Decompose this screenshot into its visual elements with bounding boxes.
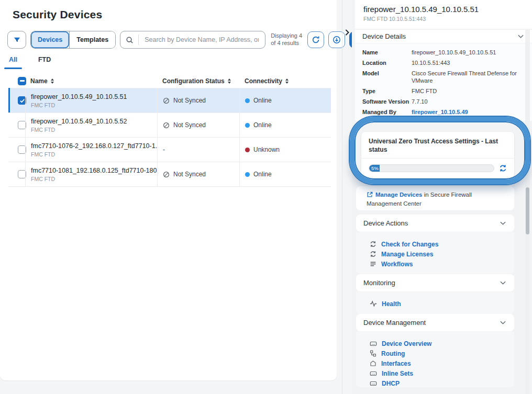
config-status: Not Synced [173, 171, 206, 178]
device-details-body: Name firepower_10.10.5.49_10.10.5.51 Loc… [355, 43, 532, 121]
panel-header: firepower_10.10.5.49_10.10.5.51 FMC FTD … [355, 0, 532, 29]
search-box [120, 31, 265, 49]
sort-icon [285, 78, 289, 84]
routing-icon [370, 350, 376, 357]
templates-segment[interactable]: Templates [69, 31, 115, 48]
panel-device-subtitle: FMC FTD 10.10.5.51:443 [363, 16, 524, 22]
table-row[interactable]: firepower_10.10.5.49_10.10.5.51 FMC FTD … [8, 88, 331, 113]
section-device-actions[interactable]: Device Actions [356, 215, 514, 232]
chevron-down-icon [500, 221, 506, 225]
toolbar: Devices Templates Displaying 4 of 4 resu… [7, 31, 366, 49]
detail-field: Type FMC FTD [362, 88, 524, 95]
connectivity-status: Online [253, 97, 272, 104]
unknown-status-dot [245, 148, 250, 152]
column-header-config-status[interactable]: Configuration Status [157, 77, 239, 85]
chevron-down-icon [518, 35, 524, 38]
panel-scrollbar-thumb[interactable] [526, 187, 529, 234]
uzta-status-card: Universal Zero Trust Access Settings - L… [361, 132, 514, 178]
detail-field: Name firepower_10.10.5.49_10.10.5.51 [362, 49, 524, 56]
health-icon [370, 300, 377, 307]
sync-icon [370, 241, 376, 247]
device-icon [370, 380, 377, 387]
deploy-icon [332, 36, 341, 44]
not-synced-icon [163, 171, 170, 178]
device-icon [370, 370, 377, 377]
table-header-row: Name Configuration Status Connectivity [8, 74, 331, 88]
uzta-progress-bar: 5% [369, 164, 494, 172]
action-device-overview[interactable]: Device Overview [370, 339, 514, 348]
tab-all[interactable]: All [4, 53, 22, 69]
sync-icon [499, 164, 507, 172]
search-icon [126, 36, 134, 44]
uzta-heading: Universal Zero Trust Access Settings - L… [361, 132, 514, 159]
tab-ftd[interactable]: FTD [34, 53, 56, 69]
chevron-down-icon [500, 321, 506, 324]
device-type: FMC FTD [31, 127, 55, 133]
device-type: FMC FTD [31, 151, 55, 157]
table-tabs: All FTD [4, 53, 56, 69]
device-actions-body: Check for Changes Manage Licenses Workfl… [356, 232, 514, 274]
action-check-for-changes[interactable]: Check for Changes [370, 239, 514, 249]
chevron-down-icon [500, 281, 506, 285]
device-type-toggle: Devices Templates [30, 31, 116, 49]
table-row[interactable]: fmc7710-1081_192.168.0.125_ftd7710-1801 … [8, 162, 331, 187]
results-count: Displaying 4 of 4 results [271, 32, 302, 47]
table-row[interactable]: firepower_10.10.5.49_10.10.5.52 FMC FTD … [8, 113, 331, 138]
connectivity-status: Online [253, 171, 272, 178]
detail-field: Model Cisco Secure Firewall Threat Defen… [362, 70, 524, 84]
device-name: firepower_10.10.5.49_10.10.5.52 [31, 118, 127, 125]
connectivity-status: Unknown [253, 146, 280, 153]
workflows-icon [370, 261, 376, 267]
monitoring-body: Health [356, 292, 514, 314]
device-type: FMC FTD [31, 176, 55, 182]
search-input[interactable] [143, 36, 260, 44]
detail-field: Managed By firepower_10.10.5.49 [362, 109, 524, 116]
sync-icon [370, 251, 376, 257]
action-interfaces[interactable]: Interfaces [370, 358, 514, 368]
action-manage-licenses[interactable]: Manage Licenses [370, 249, 514, 259]
not-synced-icon [163, 97, 170, 104]
config-status: Not Synced [173, 97, 206, 104]
devices-segment[interactable]: Devices [31, 31, 69, 48]
search-divider [138, 35, 139, 45]
device-name: fmc7710-1076-2_192.168.0.127_ftd7710-1..… [31, 142, 157, 150]
manage-devices-card: Manage Devices in Secure Firewall Manage… [356, 186, 514, 210]
column-header-connectivity[interactable]: Connectivity [239, 77, 331, 85]
action-inline-sets[interactable]: Inline Sets [370, 368, 514, 378]
main-content: Security Devices Devices Templates Displ… [0, 0, 337, 380]
panel-device-title: firepower_10.10.5.49_10.10.5.51 [363, 5, 524, 14]
panel-collapse-icon [345, 29, 350, 36]
online-status-dot [245, 172, 250, 177]
online-status-dot [245, 98, 250, 103]
action-health[interactable]: Health [370, 299, 514, 309]
action-workflows[interactable]: Workflows [370, 259, 514, 269]
device-icon [370, 341, 377, 347]
uzta-refresh-button[interactable] [499, 164, 507, 172]
panel-divider [342, 0, 342, 394]
device-management-body: Device Overview Routing Interfaces Inlin… [356, 332, 514, 387]
config-status: - [163, 146, 165, 153]
section-monitoring[interactable]: Monitoring [356, 274, 514, 291]
refresh-button[interactable] [307, 31, 324, 48]
config-status: Not Synced [173, 121, 206, 129]
detail-field: Software Version 7.7.10 [362, 98, 524, 105]
column-header-name[interactable]: Name [25, 77, 157, 85]
not-synced-icon [163, 122, 170, 129]
manage-devices-link[interactable]: Manage Devices [375, 192, 423, 198]
detail-field: Location 10.10.5.51:443 [362, 60, 524, 66]
uzta-progress-fill: 5% [369, 165, 380, 172]
interfaces-icon [370, 360, 376, 367]
device-table: Name Configuration Status Connectivity f… [8, 74, 331, 187]
sort-icon [228, 78, 231, 84]
filter-button[interactable] [7, 31, 26, 49]
table-row[interactable]: fmc7710-1076-2_192.168.0.127_ftd7710-1..… [8, 138, 331, 162]
managed-by-link[interactable]: firepower_10.10.5.49 [412, 109, 524, 116]
section-device-details[interactable]: Device Details [355, 30, 532, 43]
section-device-management[interactable]: Device Management [356, 314, 514, 331]
filter-icon [13, 36, 21, 44]
connectivity-status: Online [253, 121, 272, 129]
action-routing[interactable]: Routing [370, 348, 514, 358]
collapse-panel-button[interactable] [343, 28, 351, 37]
action-dhcp[interactable]: DHCP [370, 378, 514, 388]
online-status-dot [245, 123, 250, 128]
